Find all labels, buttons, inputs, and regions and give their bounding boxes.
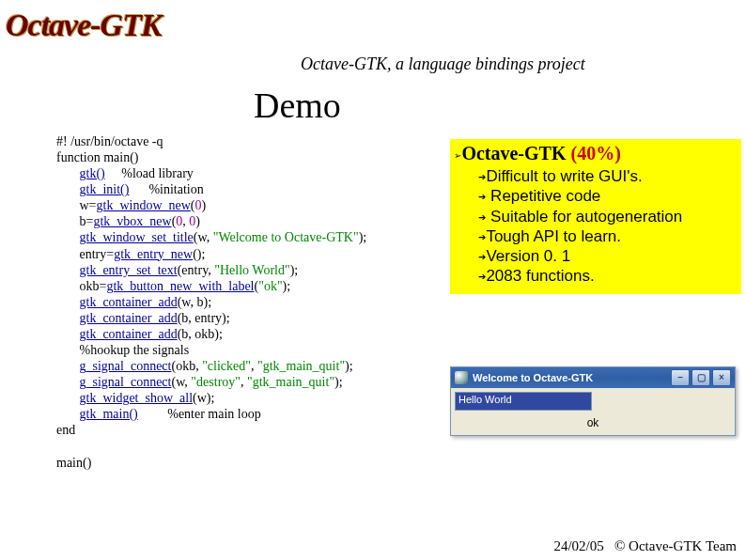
code-text: );: [334, 375, 343, 389]
fn-signal-connect: g_signal_connect: [80, 359, 172, 373]
str: "Welcome to Octave-GTK": [213, 230, 359, 244]
close-button[interactable]: ×: [712, 369, 731, 386]
highlight-item: ➔2083 functions.: [478, 266, 738, 286]
code-line: end: [56, 423, 75, 437]
highlight-item: ➔Version 0. 1: [478, 246, 738, 266]
fn-container-add: gtk_container_add: [80, 295, 178, 309]
code-text: ();: [193, 247, 205, 261]
code-text: ): [202, 198, 207, 212]
footer-credit: © Octave-GTK Team: [614, 538, 737, 553]
code-text: );: [359, 230, 367, 244]
code-text: );: [283, 279, 291, 293]
highlight-item: ➔Tough API to learn.: [478, 226, 738, 246]
code-text: w=: [80, 198, 97, 212]
subtitle: Octave-GTK, a language bindings project: [301, 54, 585, 74]
gui-ok-button[interactable]: ok: [455, 411, 731, 431]
gui-entry-field[interactable]: Hello World: [455, 392, 592, 411]
code-text: (w,: [171, 375, 191, 389]
fn-gtk-init: gtk_init(): [80, 182, 130, 196]
fn-gtk: gtk(): [80, 166, 105, 180]
code-text: (okb,: [171, 359, 202, 373]
code-text: %hookup the signals: [80, 343, 190, 357]
highlight-title-main: Octave-GTK: [461, 143, 566, 163]
fn-container-add: gtk_container_add: [80, 327, 178, 341]
code-text: (entry,: [178, 263, 215, 277]
fn-button-new: gtk_button_new_with_label: [106, 279, 254, 293]
code-text: b=: [80, 214, 94, 228]
code-text: );: [345, 359, 353, 373]
highlight-item-text: Tough API to learn.: [486, 227, 621, 245]
str: "destroy": [191, 375, 241, 389]
app-icon: [455, 371, 468, 384]
highlight-item-text: 2083 functions.: [486, 267, 594, 285]
highlight-item: ➔ Suitable for autogeneration: [478, 207, 738, 226]
highlight-title: ➢Octave-GTK (40%): [454, 143, 738, 164]
code-text: entry=: [80, 247, 115, 261]
code-text: %initation: [129, 182, 203, 196]
code-text: (b, entry);: [178, 311, 230, 325]
str: "ok": [258, 279, 282, 293]
code-text: %load library: [105, 166, 194, 180]
highlight-item: ➔Difficult to write GUI's.: [478, 166, 738, 186]
fn-main: gtk_main(): [80, 407, 138, 421]
code-text: %enter main loop: [138, 407, 261, 421]
gui-titlebar: Welcome to Octave-GTK – ▢ ×: [451, 367, 735, 388]
code-line: #! /usr/bin/octave -q: [56, 134, 163, 148]
highlight-item-text: Suitable for autogeneration: [486, 208, 682, 226]
code-text: (w, b);: [178, 295, 211, 309]
num: 0: [195, 198, 202, 212]
fn-entry-new: gtk_entry_new: [114, 247, 193, 261]
footer-date: 24/02/05: [553, 538, 603, 553]
fn-set-title: gtk_window_set_title: [80, 230, 194, 244]
fn-entry-set-text: gtk_entry_set_text: [80, 263, 178, 277]
minimize-button[interactable]: –: [671, 369, 690, 386]
code-text: ): [195, 214, 200, 228]
str: "Hello World": [214, 263, 289, 277]
highlight-item: ➔ Repetitive code: [478, 186, 738, 206]
gui-window: Welcome to Octave-GTK – ▢ × Hello World …: [450, 366, 736, 436]
highlight-item-text: Difficult to write GUI's.: [486, 167, 642, 185]
code-text: (w,: [194, 230, 213, 244]
code-line: main(): [56, 456, 91, 470]
str: "clicked": [202, 359, 251, 373]
highlight-item-text: Version 0. 1: [486, 247, 570, 265]
highlight-item-text: Repetitive code: [486, 187, 600, 205]
highlight-title-pct: (40%): [566, 143, 620, 163]
gui-body: Hello World ok: [451, 388, 735, 435]
logo: Octave-GTK: [6, 8, 162, 43]
fn-signal-connect: g_signal_connect: [80, 375, 172, 389]
gui-window-controls: – ▢ ×: [671, 369, 731, 386]
code-text: (b, okb);: [178, 327, 223, 341]
footer: 24/02/05 © Octave-GTK Team: [553, 538, 737, 554]
code-text: ,: [251, 359, 257, 373]
str: "gtk_main_quit": [257, 359, 345, 373]
code-text: (w);: [193, 391, 214, 405]
highlight-box: ➢Octave-GTK (40%) ➔Difficult to write GU…: [450, 139, 741, 294]
fn-window-new: gtk_window_new: [97, 198, 191, 212]
code-line: function main(): [56, 150, 138, 164]
maximize-button[interactable]: ▢: [692, 369, 710, 386]
fn-container-add: gtk_container_add: [80, 311, 178, 325]
str: "gtk_main_quit": [247, 375, 334, 389]
code-listing: #! /usr/bin/octave -q function main() gt…: [56, 133, 432, 471]
fn-show-all: gtk_widget_show_all: [80, 391, 194, 405]
highlight-list: ➔Difficult to write GUI's. ➔ Repetitive …: [478, 166, 738, 287]
gui-window-title: Welcome to Octave-GTK: [473, 372, 671, 383]
code-text: ,: [241, 375, 247, 389]
code-text: okb=: [80, 279, 107, 293]
fn-vbox-new: gtk_vbox_new: [93, 214, 171, 228]
code-text: );: [290, 263, 299, 277]
heading-demo: Demo: [254, 85, 341, 126]
